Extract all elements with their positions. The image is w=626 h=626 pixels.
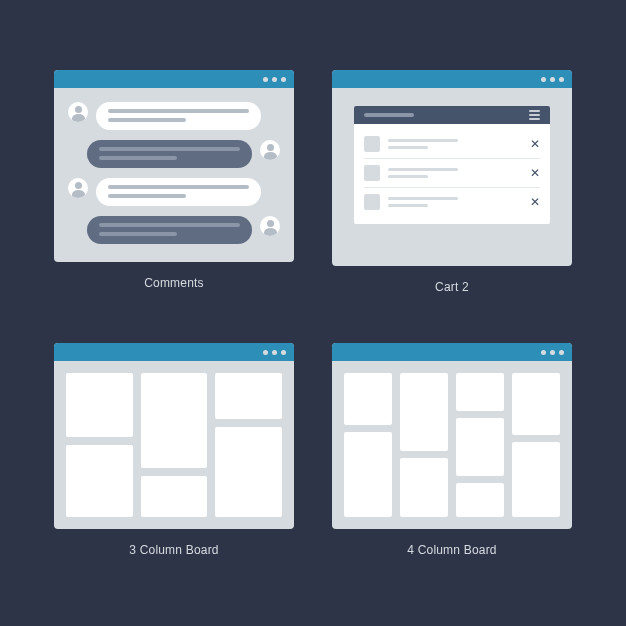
message-row-left — [68, 102, 280, 130]
window-control-dot — [281, 350, 286, 355]
wireframe-label: 4 Column Board — [407, 543, 497, 557]
board-column — [400, 373, 448, 517]
board-body — [54, 361, 294, 529]
cart-card: ✕ ✕ ✕ — [354, 106, 550, 224]
board-tile[interactable] — [456, 418, 504, 476]
window-control-dot — [281, 77, 286, 82]
avatar-icon — [68, 178, 88, 198]
message-bubble — [87, 140, 252, 168]
wireframe-label: Comments — [144, 276, 204, 290]
board-column — [66, 373, 133, 517]
message-row-right — [68, 140, 280, 168]
item-text — [388, 197, 522, 207]
cart-item: ✕ — [364, 159, 540, 188]
wireframe-label: 3 Column Board — [129, 543, 219, 557]
message-bubble — [87, 216, 252, 244]
board-tile[interactable] — [344, 432, 392, 517]
item-text — [388, 168, 522, 178]
item-thumbnail — [364, 165, 380, 181]
board-column — [512, 373, 560, 517]
board-tile[interactable] — [512, 442, 560, 517]
window-control-dot — [541, 77, 546, 82]
board4-wireframe: 4 Column Board — [328, 343, 576, 576]
board-tile[interactable] — [344, 373, 392, 425]
window-control-dot — [541, 350, 546, 355]
board-tile[interactable] — [141, 373, 208, 468]
board-tile[interactable] — [66, 373, 133, 437]
board-column — [344, 373, 392, 517]
board-tile[interactable] — [400, 373, 448, 451]
board-tile[interactable] — [456, 373, 504, 411]
board-tile[interactable] — [141, 476, 208, 517]
window-control-dot — [272, 77, 277, 82]
board-tile[interactable] — [215, 373, 282, 419]
window-control-dot — [550, 350, 555, 355]
window-titlebar — [332, 70, 572, 88]
window-control-dot — [263, 350, 268, 355]
item-thumbnail — [364, 136, 380, 152]
board-column — [456, 373, 504, 517]
message-row-left — [68, 178, 280, 206]
board-column — [141, 373, 208, 517]
remove-icon[interactable]: ✕ — [530, 166, 540, 180]
avatar-icon — [260, 216, 280, 236]
window-control-dot — [559, 350, 564, 355]
cart-list: ✕ ✕ ✕ — [354, 124, 550, 224]
board-tile[interactable] — [512, 373, 560, 435]
cart-wireframe: ✕ ✕ ✕ Cart 2 — [328, 70, 576, 303]
cart-title-placeholder — [364, 113, 414, 117]
window-control-dot — [559, 77, 564, 82]
board-tile[interactable] — [66, 445, 133, 517]
wireframe-label: Cart 2 — [435, 280, 469, 294]
window-control-dot — [272, 350, 277, 355]
board3-wireframe: 3 Column Board — [50, 343, 298, 576]
board4-window — [332, 343, 572, 529]
cart-item: ✕ — [364, 188, 540, 216]
item-text — [388, 139, 522, 149]
window-titlebar — [54, 70, 294, 88]
remove-icon[interactable]: ✕ — [530, 195, 540, 209]
comments-body — [54, 88, 294, 262]
board-tile[interactable] — [456, 483, 504, 517]
item-thumbnail — [364, 194, 380, 210]
message-row-right — [68, 216, 280, 244]
board3-window — [54, 343, 294, 529]
avatar-icon — [260, 140, 280, 160]
message-bubble — [96, 102, 261, 130]
board-tile[interactable] — [400, 458, 448, 517]
cart-body: ✕ ✕ ✕ — [332, 88, 572, 246]
cart-window: ✕ ✕ ✕ — [332, 70, 572, 266]
comments-window — [54, 70, 294, 262]
remove-icon[interactable]: ✕ — [530, 137, 540, 151]
avatar-icon — [68, 102, 88, 122]
comments-wireframe: Comments — [50, 70, 298, 303]
window-control-dot — [263, 77, 268, 82]
menu-icon[interactable] — [529, 110, 540, 120]
cart-header — [354, 106, 550, 124]
board-tile[interactable] — [215, 427, 282, 517]
window-titlebar — [332, 343, 572, 361]
window-titlebar — [54, 343, 294, 361]
board-column — [215, 373, 282, 517]
cart-item: ✕ — [364, 130, 540, 159]
window-control-dot — [550, 77, 555, 82]
message-bubble — [96, 178, 261, 206]
board-body — [332, 361, 572, 529]
